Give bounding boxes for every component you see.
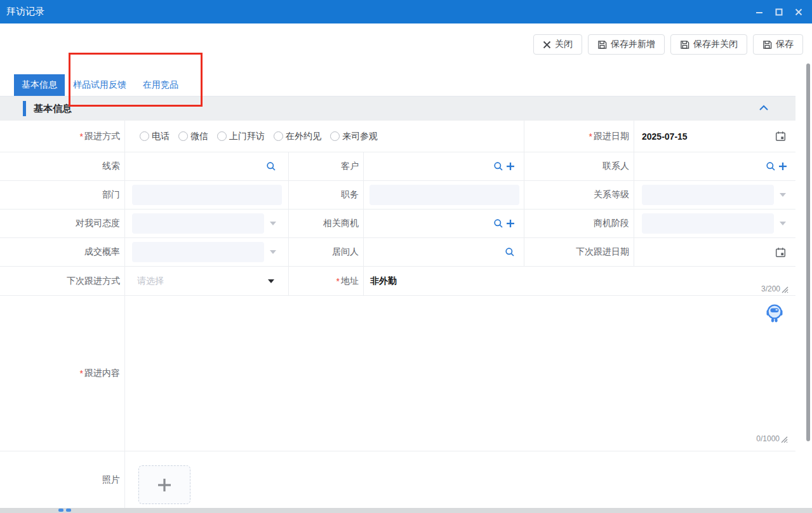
radio-circle [178,131,188,141]
follow-method-field: 电话 微信 上门拜访 在外约见 来司参观 [125,121,524,152]
intermediary-field[interactable] [364,238,524,266]
tab-basic-info[interactable]: 基本信息 [14,74,65,96]
attitude-label: 对我司态度 [0,210,125,237]
search-icon[interactable] [766,161,776,171]
attitude-select[interactable] [132,213,264,234]
follow-date-label: * 跟进日期 [524,121,634,152]
close-window-button[interactable] [792,5,806,19]
radio-wechat[interactable]: 微信 [178,131,208,142]
chevron-down-icon [270,222,276,225]
add-icon[interactable] [506,219,515,228]
resize-grip-icon[interactable] [780,436,788,443]
minimize-icon [755,8,764,17]
contact-field[interactable] [634,152,795,180]
calendar-icon[interactable] [775,247,786,258]
address-value: 非外勤 [370,276,397,287]
basic-info-form: * 跟进方式 电话 微信 上门拜访 在外约见 来司参观 * 跟进日期 2025-… [0,121,795,508]
cutoff-blue-glyph [58,509,63,512]
customer-label: 客户 [289,152,364,180]
position-label: 职务 [289,181,364,209]
save-button[interactable]: 保存 [753,34,803,55]
title-bar: 拜访记录 [0,0,812,23]
lead-field[interactable] [125,152,289,180]
radio-circle [330,131,340,141]
position-input[interactable] [369,185,519,205]
radio-company-visit[interactable]: 来司参观 [330,131,378,142]
plus-icon [157,477,172,493]
next-follow-date-field[interactable] [634,238,795,266]
resize-grip-icon[interactable] [781,286,789,293]
chevron-down-icon [780,222,786,225]
chevron-up-icon [759,104,769,112]
opportunity-stage-select[interactable] [642,213,774,234]
radio-circle [217,131,227,141]
position-field [364,181,524,209]
close-icon [794,8,803,17]
intermediary-label: 居间人 [289,238,364,266]
follow-date-value: 2025-07-15 [642,131,688,142]
deal-probability-field[interactable] [125,238,289,266]
tab-bar: 基本信息 样品试用反馈 在用竞品 [0,71,795,97]
row-lead-customer-contact: 线索 客户 联系人 [0,152,795,181]
radio-outside-meeting[interactable]: 在外约见 [274,131,321,142]
row-probability-intermediary-nextdate: 成交概率 居间人 下次跟进日期 [0,238,795,267]
department-input[interactable] [132,185,282,205]
row-department-position-level: 部门 职务 关系等级 [0,181,795,210]
radio-phone[interactable]: 电话 [140,131,170,142]
deal-probability-label: 成交概率 [0,238,125,266]
photo-upload-button[interactable] [138,465,190,504]
department-field [125,181,289,209]
save-icon [762,40,772,50]
relation-level-label: 关系等级 [524,181,634,209]
search-icon[interactable] [266,161,276,171]
window-title: 拜访记录 [6,6,44,18]
save-icon [680,40,689,50]
attitude-field[interactable] [125,210,289,237]
photo-label: 照片 [0,451,125,508]
opportunity-stage-label: 商机阶段 [524,210,634,237]
calendar-icon[interactable] [775,131,786,142]
search-icon[interactable] [493,161,503,171]
radio-circle [140,131,149,141]
customer-field[interactable] [364,152,524,180]
address-label: * 地址 [289,267,364,295]
tab-sample-trial-feedback[interactable]: 样品试用反馈 [65,74,135,96]
follow-date-field[interactable]: 2025-07-15 [634,121,795,152]
next-follow-date-label: 下次跟进日期 [524,238,634,266]
radio-circle [274,131,283,141]
follow-method-radio-group: 电话 微信 上门拜访 在外约见 来司参观 [140,131,378,142]
close-button[interactable]: 关闭 [533,34,582,55]
address-field[interactable]: 非外勤 3/200 [364,267,795,295]
ai-assistant-robot-icon[interactable] [766,303,783,323]
visit-record-window: 拜访记录 关闭 保存并新增 保存并关闭 保存 [0,0,812,513]
radio-door-visit[interactable]: 上门拜访 [217,131,265,142]
row-follow-content: * 跟进内容 0/1000 [0,296,795,451]
search-icon[interactable] [493,218,503,229]
cutoff-blue-glyph [66,509,71,512]
add-icon[interactable] [506,162,515,171]
follow-content-counter: 0/1000 [756,434,788,443]
minimize-button[interactable] [752,5,766,19]
section-accent-bar [23,101,26,116]
next-follow-method-field[interactable]: 请选择 [125,267,289,295]
deal-probability-select[interactable] [132,242,264,262]
add-icon[interactable] [778,162,787,171]
opportunity-stage-field[interactable] [634,210,795,237]
row-nextmethod-address: 下次跟进方式 请选择 * 地址 非外勤 3/200 [0,267,795,296]
follow-content-field[interactable]: 0/1000 [125,296,795,451]
opportunity-field[interactable] [364,210,524,237]
save-and-close-button[interactable]: 保存并关闭 [670,34,747,55]
vertical-scrollbar[interactable] [806,63,810,441]
save-icon [597,40,607,50]
search-icon[interactable] [505,247,515,257]
next-follow-method-label: 下次跟进方式 [0,267,125,295]
maximize-button[interactable] [772,5,786,19]
contact-label: 联系人 [524,152,634,180]
relation-level-select[interactable] [642,185,774,205]
chevron-down-icon [268,279,274,283]
save-and-new-button[interactable]: 保存并新增 [588,34,665,55]
maximize-icon [775,8,783,17]
relation-level-field[interactable] [634,181,795,209]
tab-competing-products[interactable]: 在用竞品 [135,74,187,96]
collapse-section-button[interactable] [759,104,769,112]
